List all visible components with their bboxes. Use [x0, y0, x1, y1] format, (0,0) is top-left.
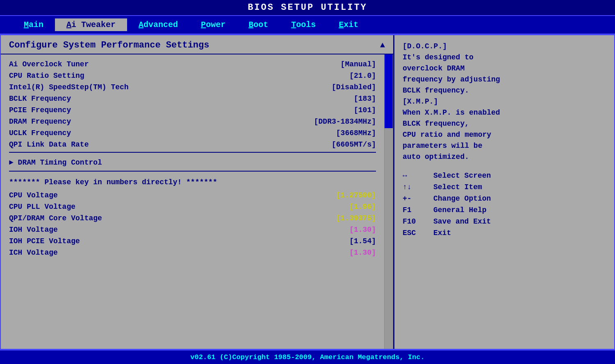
info-block: [D.O.C.P.]It's designed tooverclock DRAM… [403, 41, 606, 163]
setting-value: [183] [354, 95, 376, 103]
setting-row[interactable]: UCLK Frequency[3668MHz] [9, 127, 376, 139]
info-line: [D.O.C.P.] [403, 41, 606, 52]
setting-row[interactable]: PCIE Frequency[101] [9, 104, 376, 116]
settings-list: Ai Overclock Tuner[Manual]CPU Ratio Sett… [1, 54, 384, 349]
setting-label: DRAM Frequency [9, 118, 71, 126]
keybind-row: F10Save and Exit [403, 217, 606, 226]
keybind-description: General Help [433, 206, 487, 214]
info-line: BCLK frequency. [403, 85, 606, 96]
menu-item-ai-tweaker[interactable]: Ai Tweaker [55, 18, 127, 31]
setting-label: Intel(R) SpeedStep(TM) Tech [9, 83, 129, 91]
voltage-label: QPI/DRAM Core Voltage [9, 214, 102, 222]
info-line: CPU ratio and memory [403, 129, 606, 140]
setting-label: Ai Overclock Tuner [9, 60, 89, 68]
setting-row[interactable]: Intel(R) SpeedStep(TM) Tech[Disabled] [9, 81, 376, 93]
voltage-label: CPU PLL Voltage [9, 203, 75, 211]
divider [9, 152, 376, 153]
voltage-label: CPU Voltage [9, 191, 58, 199]
keybind-key: +- [403, 194, 425, 203]
menu-item-boot[interactable]: Boot [237, 18, 280, 31]
keybind-description: Select Screen [433, 172, 491, 180]
setting-label: UCLK Frequency [9, 129, 71, 137]
keybind-key: F10 [403, 217, 425, 226]
keybind-section: ↔Select Screen↑↓Select Item+-Change Opti… [403, 172, 606, 237]
right-panel: [D.O.C.P.]It's designed tooverclock DRAM… [394, 35, 614, 349]
left-panel-body: Ai Overclock Tuner[Manual]CPU Ratio Sett… [1, 54, 393, 349]
left-panel: Configure System Performance Settings ▲ … [1, 35, 394, 349]
info-line: auto optimized. [403, 151, 606, 163]
info-line: When X.M.P. is enabled [403, 107, 606, 118]
setting-label: BCLK Frequency [9, 95, 71, 103]
voltage-label: IOH PCIE Voltage [9, 237, 80, 245]
keybind-key: F1 [403, 206, 425, 214]
divider2 [9, 171, 376, 172]
voltage-value: [1.39375] [336, 214, 376, 222]
voltage-label: IOH Voltage [9, 226, 58, 234]
main-content: Configure System Performance Settings ▲ … [0, 34, 615, 350]
info-line: It's designed to [403, 52, 606, 63]
keybind-row: ↑↓Select Item [403, 183, 606, 191]
voltage-value: [1.30] [349, 226, 376, 234]
keybind-description: Select Item [433, 183, 482, 191]
title-text: BIOS SETUP UTILITY [248, 2, 367, 13]
info-line: BLCK frequency, [403, 118, 606, 129]
keybind-description: Exit [433, 229, 451, 237]
keybind-row: ESCExit [403, 229, 606, 237]
left-panel-header: Configure System Performance Settings ▲ [1, 35, 393, 54]
menu-item-advanced[interactable]: Advanced [127, 18, 189, 31]
setting-value: [Disabled] [332, 83, 376, 91]
voltage-setting-row[interactable]: IOH Voltage[1.30] [9, 224, 376, 235]
setting-value: [DDR3-1834MHz] [314, 118, 376, 126]
scroll-up-arrow[interactable]: ▲ [380, 41, 385, 50]
setting-value: [101] [354, 106, 376, 114]
footer-text: v02.61 (C)Copyright 1985-2009, American … [190, 353, 424, 361]
keybind-key: ↑↓ [403, 183, 425, 191]
voltage-value: [1.30] [349, 249, 376, 257]
keybind-description: Save and Exit [433, 217, 491, 226]
keybind-row: F1General Help [403, 206, 606, 214]
menu-item-power[interactable]: Power [189, 18, 237, 31]
setting-row[interactable]: QPI Link Data Rate[6605MT/s] [9, 139, 376, 150]
left-panel-title: Configure System Performance Settings [9, 40, 209, 50]
setting-label: PCIE Frequency [9, 106, 71, 114]
voltage-value: [1.27500] [336, 191, 376, 199]
dram-timing-submenu[interactable]: ► DRAM Timing Control [9, 156, 376, 169]
voltage-label: ICH Voltage [9, 249, 58, 257]
footer: v02.61 (C)Copyright 1985-2009, American … [0, 350, 615, 364]
menu-item-main[interactable]: Main [12, 18, 55, 31]
voltage-setting-row[interactable]: IOH PCIE Voltage[1.54] [9, 235, 376, 247]
voltage-value: [1.54] [349, 237, 376, 245]
info-line: frequency by adjusting [403, 74, 606, 85]
setting-value: [3668MHz] [336, 129, 376, 137]
voltage-value: [1.96] [349, 203, 376, 211]
setting-row[interactable]: Ai Overclock Tuner[Manual] [9, 59, 376, 70]
voltage-setting-row[interactable]: CPU Voltage[1.27500] [9, 190, 376, 201]
voltage-setting-row[interactable]: CPU PLL Voltage[1.96] [9, 201, 376, 213]
notice-text: ******* Please key in numbers directly! … [9, 175, 376, 190]
keybind-description: Change Option [433, 194, 491, 203]
scrollbar-thumb[interactable] [385, 54, 393, 128]
keybind-row: ↔Select Screen [403, 172, 606, 180]
setting-row[interactable]: DRAM Frequency[DDR3-1834MHz] [9, 116, 376, 127]
voltage-setting-row[interactable]: QPI/DRAM Core Voltage[1.39375] [9, 213, 376, 224]
info-line: [X.M.P.] [403, 96, 606, 107]
setting-row[interactable]: BCLK Frequency[183] [9, 93, 376, 104]
info-line: overclock DRAM [403, 63, 606, 74]
menu-item-tools[interactable]: Tools [280, 18, 327, 31]
info-line: parameters will be [403, 140, 606, 151]
scrollbar[interactable] [384, 54, 393, 349]
menu-item-exit[interactable]: Exit [327, 18, 370, 31]
title-bar: BIOS SETUP UTILITY [0, 0, 615, 15]
setting-row[interactable]: CPU Ratio Setting[21.0] [9, 70, 376, 81]
setting-value: [6605MT/s] [332, 140, 376, 149]
setting-label: CPU Ratio Setting [9, 72, 84, 80]
keybind-key: ↔ [403, 172, 425, 180]
voltage-setting-row[interactable]: ICH Voltage[1.30] [9, 247, 376, 258]
setting-label: QPI Link Data Rate [9, 140, 89, 149]
keybind-row: +-Change Option [403, 194, 606, 203]
setting-value: [Manual] [341, 60, 376, 68]
keybind-key: ESC [403, 229, 425, 237]
setting-value: [21.0] [349, 72, 376, 80]
menu-bar: MainAi TweakerAdvancedPowerBootToolsExit [0, 15, 615, 34]
scrollbar-track[interactable] [385, 128, 393, 349]
